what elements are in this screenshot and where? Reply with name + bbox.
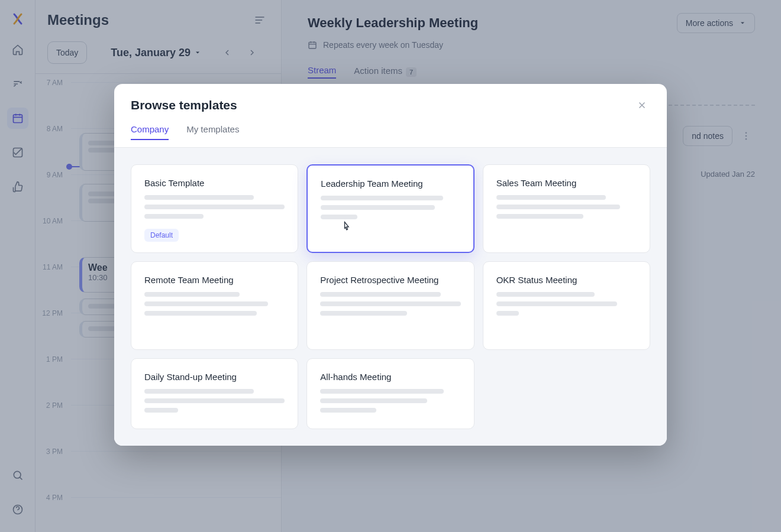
template-card-okr[interactable]: OKR Status Meeting <box>483 261 650 350</box>
template-card-allhands[interactable]: All-hands Meeting <box>306 358 474 429</box>
template-card-basic[interactable]: Basic Template Default <box>131 164 298 253</box>
templates-grid: Basic Template Default Leadership Team M… <box>114 148 667 446</box>
modal-backdrop[interactable]: Browse templates Company My templates Ba… <box>0 0 781 532</box>
template-card-sales[interactable]: Sales Team Meeting <box>483 164 650 253</box>
modal-title: Browse templates <box>131 98 237 112</box>
template-card-remote[interactable]: Remote Team Meeting <box>131 261 298 350</box>
template-card-standup[interactable]: Daily Stand-up Meeting <box>131 358 298 429</box>
template-card-retro[interactable]: Project Retrospective Meeting <box>306 261 474 350</box>
default-badge: Default <box>144 229 179 242</box>
tab-company[interactable]: Company <box>131 124 169 140</box>
template-card-leadership[interactable]: Leadership Team Meeting <box>306 164 474 253</box>
pointer-cursor-icon <box>340 220 352 233</box>
modal-tabs: Company My templates <box>114 124 667 148</box>
templates-modal: Browse templates Company My templates Ba… <box>114 84 667 446</box>
tab-my-templates[interactable]: My templates <box>186 124 239 140</box>
close-icon[interactable] <box>634 97 650 113</box>
